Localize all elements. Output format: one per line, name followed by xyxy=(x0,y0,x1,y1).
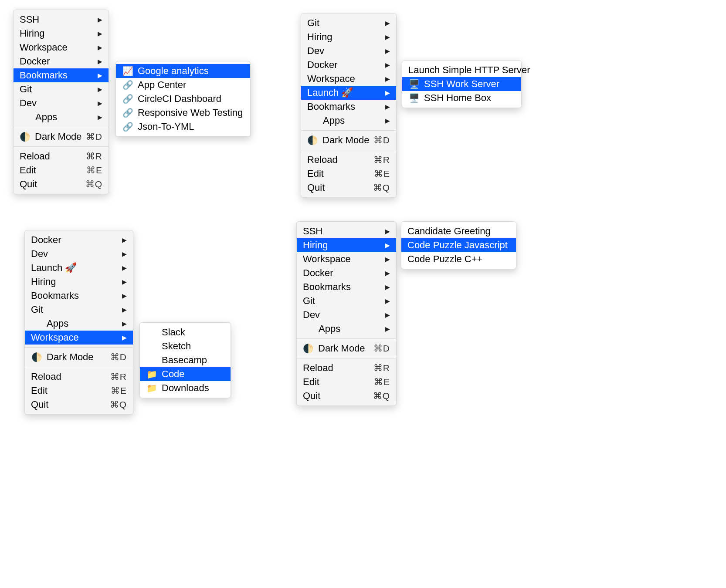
submenu-item-json-to-yml[interactable]: 🔗Json-To-YML xyxy=(116,120,250,134)
menu-item-quit[interactable]: Quit ⌘Q xyxy=(297,389,396,403)
menu-item-label: Reload xyxy=(307,154,338,166)
menu-item-reload[interactable]: Reload ⌘R xyxy=(25,370,133,384)
menu-panel-c: Docker ▶ Dev ▶ Launch 🚀 ▶ Hiring ▶ Bookm… xyxy=(24,230,133,415)
menu-item-hiring[interactable]: Hiring ▶ xyxy=(301,30,396,44)
submenu-arrow-icon: ▶ xyxy=(98,72,102,78)
submenu-arrow-icon: ▶ xyxy=(385,284,390,290)
menu-item-label: Git xyxy=(303,295,315,307)
menu-item-reload[interactable]: Reload ⌘R xyxy=(297,361,396,375)
menu-item-apps[interactable]: Apps ▶ xyxy=(14,110,109,124)
menu-item-label: Apps xyxy=(319,323,340,335)
submenu-item-code-puzzle-cpp[interactable]: Code Puzzle C++ xyxy=(401,252,516,266)
menu-item-edit[interactable]: Edit ⌘E xyxy=(297,375,396,389)
menu-item-bookmarks[interactable]: Bookmarks ▶ xyxy=(297,280,396,294)
link-icon: 🔗 xyxy=(122,122,133,132)
menu-item-apps[interactable]: Apps ▶ xyxy=(301,114,396,128)
submenu-item-sketch[interactable]: Sketch xyxy=(140,339,231,353)
menu-item-label: Launch 🚀 xyxy=(31,262,77,274)
submenu-item-candidate-greeting[interactable]: Candidate Greeting xyxy=(401,224,516,238)
menu-item-docker[interactable]: Docker ▶ xyxy=(14,54,109,68)
apple-icon xyxy=(31,318,42,329)
menu-separator xyxy=(301,130,396,131)
menu-item-hiring[interactable]: Hiring ▶ xyxy=(297,238,396,252)
menu-item-docker[interactable]: Docker ▶ xyxy=(297,266,396,280)
menu-separator xyxy=(14,146,109,147)
submenu-item-slack[interactable]: Slack xyxy=(140,325,231,339)
menu-item-quit[interactable]: Quit ⌘Q xyxy=(301,181,396,195)
menu-item-dev[interactable]: Dev ▶ xyxy=(14,96,109,110)
menu-item-dev[interactable]: Dev ▶ xyxy=(25,247,133,261)
submenu-item-downloads[interactable]: 📁Downloads xyxy=(140,381,231,395)
submenu-item-code-puzzle-js[interactable]: Code Puzzle Javascript xyxy=(401,238,516,252)
menu-item-ssh[interactable]: SSH ▶ xyxy=(297,224,396,238)
menu-item-label: Reload xyxy=(303,362,333,374)
submenu-item-google-analytics[interactable]: 📈Google analytics xyxy=(116,64,250,78)
submenu-arrow-icon: ▶ xyxy=(385,256,390,262)
menu-item-git[interactable]: Git ▶ xyxy=(25,303,133,317)
menu-item-reload[interactable]: Reload ⌘R xyxy=(301,153,396,167)
submenu-item-basecamp[interactable]: Basecamp xyxy=(140,353,231,367)
menu-separator xyxy=(14,127,109,127)
menu-item-dark-mode[interactable]: 🌓Dark Mode ⌘D xyxy=(301,133,396,147)
menu-item-label: SSH xyxy=(303,226,322,237)
dark-mode-icon: 🌓 xyxy=(303,343,314,354)
menu-item-git[interactable]: Git ▶ xyxy=(301,16,396,30)
chart-icon: 📈 xyxy=(122,66,133,76)
menu-item-docker[interactable]: Docker ▶ xyxy=(25,233,133,247)
submenu-arrow-icon: ▶ xyxy=(122,321,127,327)
menu-item-dark-mode[interactable]: 🌓Dark Mode ⌘D xyxy=(14,130,109,144)
menu-item-launch[interactable]: Launch 🚀 ▶ xyxy=(25,261,133,275)
menu-item-label: Git xyxy=(307,17,319,29)
submenu-hiring: Candidate Greeting Code Puzzle Javascrip… xyxy=(401,221,516,269)
menu-item-label: Git xyxy=(20,84,32,95)
submenu-item-code[interactable]: 📁Code xyxy=(140,367,231,381)
menu-item-edit[interactable]: Edit ⌘E xyxy=(14,163,109,177)
menu-item-reload[interactable]: Reload ⌘R xyxy=(14,149,109,163)
menu-item-bookmarks[interactable]: Bookmarks ▶ xyxy=(301,100,396,114)
menu-item-bookmarks[interactable]: Bookmarks ▶ xyxy=(14,68,109,82)
menu-item-workspace[interactable]: Workspace ▶ xyxy=(14,41,109,54)
menu-item-quit[interactable]: Quit ⌘Q xyxy=(14,177,109,191)
menu-item-label: Dev xyxy=(20,98,37,109)
menu-item-git[interactable]: Git ▶ xyxy=(297,294,396,308)
submenu-item-ssh-home-box[interactable]: 🖥️SSH Home Box xyxy=(402,91,521,105)
menu-item-label: SSH xyxy=(20,14,39,25)
menu-item-hiring[interactable]: Hiring ▶ xyxy=(14,27,109,41)
menu-item-workspace[interactable]: Workspace ▶ xyxy=(301,72,396,86)
menu-item-label: Workspace xyxy=(303,253,351,265)
menu-item-launch[interactable]: Launch 🚀 ▶ xyxy=(301,86,396,100)
menu-item-bookmarks[interactable]: Bookmarks ▶ xyxy=(25,289,133,303)
menu-item-label: Dev xyxy=(307,45,324,57)
submenu-item-app-center[interactable]: 🔗App Center xyxy=(116,78,250,92)
menu-item-apps[interactable]: Apps ▶ xyxy=(25,317,133,331)
submenu-item-launch-http[interactable]: Launch Simple HTTP Server xyxy=(402,63,521,77)
terminal-icon: 🖥️ xyxy=(408,93,420,103)
menu-separator xyxy=(297,358,396,358)
menu-item-hiring[interactable]: Hiring ▶ xyxy=(25,275,133,289)
menu-item-label: Dark Mode xyxy=(47,351,94,363)
dark-mode-icon: 🌓 xyxy=(20,132,31,142)
menu-item-dev[interactable]: Dev ▶ xyxy=(301,44,396,58)
menu-item-ssh[interactable]: SSH ▶ xyxy=(14,13,109,27)
menu-item-quit[interactable]: Quit ⌘Q xyxy=(25,398,133,412)
menu-item-edit[interactable]: Edit ⌘E xyxy=(301,167,396,181)
shortcut-label: ⌘R xyxy=(110,372,127,382)
menu-item-docker[interactable]: Docker ▶ xyxy=(301,58,396,72)
menu-item-edit[interactable]: Edit ⌘E xyxy=(25,384,133,398)
submenu-arrow-icon: ▶ xyxy=(385,118,390,124)
menu-item-dev[interactable]: Dev ▶ xyxy=(297,308,396,322)
submenu-item-circleci[interactable]: 🔗CircleCI Dashboard xyxy=(116,92,250,106)
menu-item-label: Reload xyxy=(20,151,50,162)
menu-item-dark-mode[interactable]: 🌓Dark Mode ⌘D xyxy=(297,341,396,355)
submenu-item-label: Code xyxy=(162,368,185,380)
menu-item-label: Bookmarks xyxy=(20,70,68,81)
menu-item-apps[interactable]: Apps ▶ xyxy=(297,322,396,336)
menu-item-label: Dark Mode xyxy=(35,131,82,142)
menu-item-git[interactable]: Git ▶ xyxy=(14,82,109,96)
menu-item-workspace[interactable]: Workspace ▶ xyxy=(25,331,133,345)
menu-item-workspace[interactable]: Workspace ▶ xyxy=(297,252,396,266)
menu-item-label: Dev xyxy=(31,248,48,260)
submenu-item-responsive-web-testing[interactable]: 🔗Responsive Web Testing xyxy=(116,106,250,120)
menu-item-dark-mode[interactable]: 🌓Dark Mode ⌘D xyxy=(25,350,133,364)
submenu-item-ssh-work-server[interactable]: 🖥️SSH Work Server xyxy=(402,77,521,91)
